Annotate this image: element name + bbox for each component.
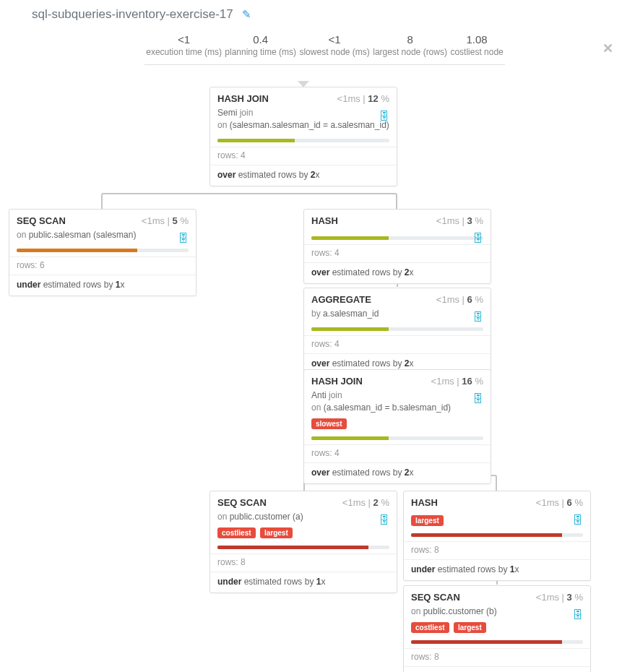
node-title: AGGREGATE [311,294,371,305]
database-icon[interactable]: 🗄 [379,108,389,124]
node-subtitle: Anti join on (a.salesman_id = b.salesman… [304,389,491,418]
cost-bar [217,546,389,549]
stat-execution-time: <1 execution time (ms) [146,33,222,57]
rows-count: rows: 4 [304,335,491,353]
stat-costliest-node: 1.08 costliest node [450,33,503,57]
plan-node-seq-scan[interactable]: SEQ SCAN <1ms | 2 % on public.customer (… [209,491,397,593]
rows-count: rows: 6 [9,257,196,275]
plan-node-hash-join[interactable]: HASH JOIN <1ms | 12 % Semi join on (sale… [209,87,397,186]
node-tags: slowest [304,418,491,434]
row-estimate: over estimated rows by 2x [210,165,397,186]
node-title: HASH JOIN [217,93,269,104]
database-icon[interactable]: 🗄 [178,231,189,246]
tag-costliest: costliest [411,622,449,633]
database-icon[interactable]: 🗄 [572,512,583,527]
node-subtitle: 🗄 [404,511,590,515]
node-tags: largest [404,515,590,530]
rows-count: rows: 4 [304,244,491,262]
node-title: HASH JOIN [311,376,363,387]
cost-bar [217,139,389,142]
node-subtitle: 🗄 [304,229,491,233]
connector [101,193,397,209]
rows-count: rows: 8 [404,648,590,666]
database-icon[interactable]: 🗄 [472,309,483,324]
arrow-down-icon [298,81,309,87]
tag-largest: largest [454,622,486,633]
row-estimate: under estimated rows by 1x [210,572,397,593]
stat-planning-time: 0.4 planning time (ms) [225,33,296,57]
rows-count: rows: 4 [210,147,397,165]
tag-slowest: slowest [311,418,347,429]
node-metrics: <1ms | 2 % [342,497,389,508]
page-title-row: sql-subqueries-inventory-exercise-17 ✎ [0,0,635,22]
row-estimate: under estimated rows by 1x [404,559,590,580]
node-metrics: <1ms | 3 % [536,592,583,603]
cost-bar [311,327,483,331]
stats-bar: <1 execution time (ms) 0.4 planning time… [144,29,505,65]
node-subtitle: Semi join on (salesman.salesman_id = a.s… [210,107,397,136]
cost-bar [17,249,189,252]
cost-bar [311,436,483,440]
stat-slowest-node: <1 slowest node (ms) [299,33,369,57]
cost-bar [311,236,483,240]
database-icon[interactable]: 🗄 [379,512,389,527]
row-estimate: under estimated rows by 1x [9,275,196,296]
plan-node-aggregate[interactable]: AGGREGATE <1ms | 6 % by a.salesman_id 🗄 … [303,288,491,375]
plan-node-hash[interactable]: HASH <1ms | 3 % 🗄 rows: 4 over estimated… [303,209,491,284]
node-metrics: <1ms | 3 % [436,215,483,226]
node-subtitle: on public.customer (a) 🗄 [210,511,397,527]
row-estimate: over estimated rows by 2x [304,262,491,283]
node-title: HASH [411,497,438,508]
node-tags: costliest largest [210,527,397,543]
rows-count: rows: 8 [404,541,590,559]
node-tags: costliest largest [404,622,590,637]
rows-count: rows: 4 [304,444,491,462]
page-title: sql-subqueries-inventory-exercise-17 [32,7,233,21]
tag-largest: largest [260,527,293,538]
node-metrics: <1ms | 16 % [431,376,483,387]
edit-icon[interactable]: ✎ [242,8,251,20]
plan-node-hash-join[interactable]: HASH JOIN <1ms | 16 % Anti join on (a.sa… [303,369,491,484]
node-metrics: <1ms | 6 % [536,497,583,508]
node-subtitle: by a.salesman_id 🗄 [304,308,491,324]
node-subtitle: on public.customer (b) 🗄 [404,606,590,622]
node-title: SEQ SCAN [217,497,267,508]
close-icon[interactable]: ✕ [602,40,613,56]
node-title: SEQ SCAN [17,215,66,226]
node-metrics: <1ms | 6 % [436,294,483,305]
node-title: HASH [311,215,338,226]
tag-costliest: costliest [217,527,256,538]
rows-count: rows: 8 [210,553,397,572]
plan-node-seq-scan[interactable]: SEQ SCAN <1ms | 5 % on public.salesman (… [9,209,196,296]
stat-largest-node: 8 largest node (rows) [373,33,447,57]
plan-node-hash[interactable]: HASH <1ms | 6 % 🗄 largest rows: 8 under … [403,491,591,581]
tag-largest: largest [411,515,444,526]
node-subtitle: on public.salesman (salesman) 🗄 [9,229,196,246]
row-estimate: over estimated rows by 2x [304,462,491,483]
node-metrics: <1ms | 12 % [337,93,389,104]
database-icon[interactable]: 🗄 [472,391,483,406]
database-icon[interactable]: 🗄 [572,607,583,622]
cost-bar [411,640,583,644]
plan-node-seq-scan[interactable]: SEQ SCAN <1ms | 3 % on public.customer (… [403,585,591,672]
row-estimate: under estimated rows by 1x [404,666,590,672]
cost-bar [411,533,583,537]
database-icon[interactable]: 🗄 [472,231,483,246]
query-plan-tree: HASH JOIN <1ms | 12 % Semi join on (sale… [0,87,635,672]
node-metrics: <1ms | 5 % [142,215,189,226]
node-title: SEQ SCAN [411,592,460,603]
